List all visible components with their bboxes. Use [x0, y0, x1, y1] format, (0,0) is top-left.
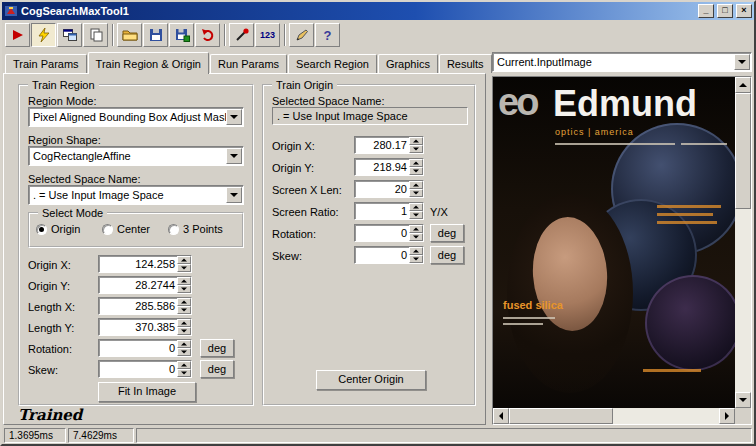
spin-up-icon[interactable]	[409, 247, 423, 255]
spin-down-icon[interactable]	[177, 369, 191, 377]
tab-graphics[interactable]: Graphics	[378, 54, 438, 73]
screen-ratio-spinner[interactable]	[409, 203, 423, 219]
spin-down-icon[interactable]	[409, 145, 423, 153]
spin-up-icon[interactable]	[177, 340, 191, 348]
tab-results[interactable]: Results	[439, 54, 492, 73]
spin-up-icon[interactable]	[177, 277, 191, 285]
screen-x-len-input[interactable]: 20	[354, 180, 424, 198]
to-rotation-deg-button[interactable]: deg	[430, 224, 464, 242]
radio-3points[interactable]: 3 Points	[168, 223, 223, 235]
spin-up-icon[interactable]	[177, 361, 191, 369]
status-time-1: 1.3695ms	[4, 428, 66, 443]
screen-ratio-value: 1	[355, 203, 409, 219]
spin-down-icon[interactable]	[177, 327, 191, 335]
scroll-right-button[interactable]	[719, 408, 735, 424]
spin-down-icon[interactable]	[177, 264, 191, 272]
chevron-down-icon[interactable]	[734, 54, 750, 70]
probe-button[interactable]	[229, 23, 254, 47]
save-button[interactable]	[143, 23, 168, 47]
rotation-input[interactable]: 0	[98, 339, 192, 357]
to-origin-x-input[interactable]: 280.17	[354, 136, 424, 154]
length-x-input[interactable]: 285.586	[98, 297, 192, 315]
radio-center[interactable]: Center	[102, 223, 150, 235]
origin-x-spinner[interactable]	[177, 256, 191, 272]
electric-trigger-button[interactable]	[31, 23, 56, 47]
spin-down-icon[interactable]	[409, 233, 423, 241]
spin-down-icon[interactable]	[409, 211, 423, 219]
region-mode-combo[interactable]: Pixel Aligned Bounding Box Adjust Mask	[28, 107, 244, 127]
rotation-deg-button[interactable]: deg	[200, 339, 234, 357]
to-origin-y-spinner[interactable]	[409, 159, 423, 175]
spin-up-icon[interactable]	[409, 225, 423, 233]
to-rotation-value: 0	[355, 225, 409, 241]
image-viewport[interactable]: eo Edmund optics | america fused silica	[493, 77, 735, 408]
to-rotation-input[interactable]: 0	[354, 224, 424, 242]
spin-up-icon[interactable]	[409, 181, 423, 189]
scroll-up-button[interactable]	[735, 77, 751, 93]
skew-input[interactable]: 0	[98, 360, 192, 378]
status-time-2: 7.4629ms	[68, 428, 134, 443]
spin-up-icon[interactable]	[177, 298, 191, 306]
vertical-scroll-thumb[interactable]	[735, 93, 751, 209]
pen-tool-button[interactable]	[289, 23, 314, 47]
spin-up-icon[interactable]	[409, 137, 423, 145]
screen-x-len-spinner[interactable]	[409, 181, 423, 197]
spin-up-icon[interactable]	[409, 203, 423, 211]
spin-up-icon[interactable]	[177, 319, 191, 327]
origin-y-input[interactable]: 28.2744	[98, 276, 192, 294]
run-button[interactable]	[5, 23, 30, 47]
maximize-button[interactable]: □	[717, 4, 733, 18]
to-skew-spinner[interactable]	[409, 247, 423, 263]
vertical-scrollbar[interactable]	[735, 77, 751, 408]
tab-train-params[interactable]: Train Params	[5, 54, 87, 73]
scroll-down-button[interactable]	[735, 392, 751, 408]
spin-up-icon[interactable]	[177, 256, 191, 264]
spin-down-icon[interactable]	[409, 255, 423, 263]
screen-ratio-input[interactable]: 1	[354, 202, 424, 220]
close-button[interactable]: ×	[736, 4, 752, 18]
length-y-spinner[interactable]	[177, 319, 191, 335]
save-image-button[interactable]	[169, 23, 194, 47]
region-shape-combo[interactable]: CogRectangleAffine	[28, 146, 244, 166]
chevron-down-icon[interactable]	[226, 187, 242, 203]
origin-y-spinner[interactable]	[177, 277, 191, 293]
chevron-down-icon[interactable]	[226, 148, 242, 164]
spin-down-icon[interactable]	[177, 348, 191, 356]
radio-origin[interactable]: Origin	[36, 223, 80, 235]
tab-train-region-origin[interactable]: Train Region & Origin	[88, 52, 209, 74]
tab-run-params[interactable]: Run Params	[210, 54, 287, 73]
title-bar[interactable]: CogSearchMaxTool1 _ □ ×	[2, 2, 754, 20]
undo-button[interactable]	[195, 23, 220, 47]
to-origin-x-spinner[interactable]	[409, 137, 423, 153]
spin-up-icon[interactable]	[409, 159, 423, 167]
horizontal-scrollbar[interactable]	[493, 408, 735, 424]
spin-down-icon[interactable]	[409, 189, 423, 197]
to-skew-deg-button[interactable]: deg	[430, 246, 464, 264]
skew-deg-button[interactable]: deg	[200, 360, 234, 378]
length-x-spinner[interactable]	[177, 298, 191, 314]
origin-x-input[interactable]: 124.258	[98, 255, 192, 273]
spin-down-icon[interactable]	[177, 285, 191, 293]
skew-spinner[interactable]	[177, 361, 191, 377]
spin-down-icon[interactable]	[409, 167, 423, 175]
help-button[interactable]: ?	[315, 23, 340, 47]
open-button[interactable]	[117, 23, 142, 47]
tab-search-region[interactable]: Search Region	[288, 54, 377, 73]
horizontal-scroll-thumb[interactable]	[509, 408, 613, 424]
window-tool-button[interactable]	[57, 23, 82, 47]
copy-tool-button[interactable]	[83, 23, 108, 47]
to-rotation-spinner[interactable]	[409, 225, 423, 241]
selected-space-combo[interactable]: . = Use Input Image Space	[28, 185, 244, 205]
to-skew-input[interactable]: 0	[354, 246, 424, 264]
scroll-left-button[interactable]	[493, 408, 509, 424]
to-origin-y-input[interactable]: 218.94	[354, 158, 424, 176]
input-image-selector[interactable]: Current.InputImage	[492, 52, 752, 72]
minimize-button[interactable]: _	[698, 4, 714, 18]
spin-down-icon[interactable]	[177, 306, 191, 314]
center-origin-button[interactable]: Center Origin	[316, 370, 426, 390]
fit-in-image-button[interactable]: Fit In Image	[98, 382, 196, 402]
length-y-input[interactable]: 370.385	[98, 318, 192, 336]
chevron-down-icon[interactable]	[226, 109, 242, 125]
rotation-spinner[interactable]	[177, 340, 191, 356]
numeric-display-button[interactable]: 123	[255, 23, 280, 47]
